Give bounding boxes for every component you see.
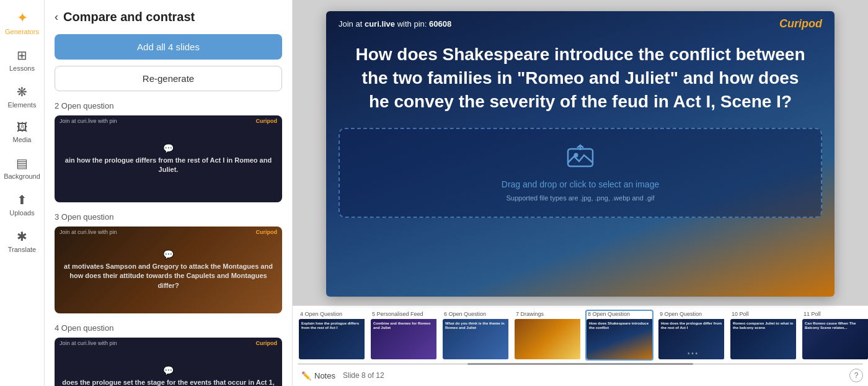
generator-panel: ‹ Compare and contrast Add all 4 slides … (45, 0, 293, 386)
filmstrip-label-5: 5 Personalised Feed (371, 311, 436, 317)
slide-4-text: does the prologue set the stage for the … (62, 378, 275, 386)
elements-icon: ❋ (17, 84, 27, 99)
back-arrow-icon[interactable]: ‹ (55, 11, 58, 24)
image-drop-zone[interactable]: Drag and drop or click to select an imag… (339, 128, 822, 218)
panel-title: Compare and contrast (63, 10, 195, 24)
notes-pencil-icon: ✏️ (301, 371, 311, 380)
media-icon: 🖼 (17, 121, 28, 134)
filmstrip-scroll[interactable]: 4 Open Question Explain how the prologue… (293, 306, 868, 363)
image-drop-icon (567, 144, 594, 174)
sidebar-item-uploads[interactable]: ⬆ Uploads (2, 187, 42, 222)
slide-canvas-area: Join at curi.live with pin: 60608 Curipo… (293, 0, 868, 305)
slide-3-thumbnail[interactable]: Join at curi.live with pin Curipod 💬 at … (55, 227, 282, 313)
filmstrip-bottom: ✏️ Notes Slide 8 of 12 ? (293, 367, 868, 386)
filmstrip-slide-4[interactable]: 4 Open Question Explain how the prologue… (298, 310, 366, 361)
slide-2-label: 2 Open question (55, 101, 282, 110)
lessons-icon: ⊞ (17, 48, 27, 63)
filmstrip-thumb-11: Can Romeo cause When The Balcony Scene r… (802, 319, 868, 359)
panel-slide-4: 4 Open question Join at curi.live with p… (55, 323, 282, 386)
sidebar-item-elements-label: Elements (8, 101, 37, 109)
filmstrip-slide-8[interactable]: 8 Open Question How does Shakespeare int… (585, 310, 653, 361)
sidebar-item-media[interactable]: 🖼 Media (2, 116, 42, 148)
filmstrip-scrollbar (298, 363, 863, 365)
sidebar-item-translate[interactable]: ✱ Translate (2, 224, 42, 258)
question-icon-3: 💬 (62, 249, 275, 259)
slide-3-label: 3 Open question (55, 212, 282, 222)
filmstrip-thumb-7 (515, 319, 582, 359)
sidebar-item-generators-label: Generators (5, 28, 39, 35)
drop-text-main: Drag and drop or click to select an imag… (502, 179, 659, 189)
notes-label: Notes (314, 371, 335, 380)
filmstrip-label-7: 7 Drawings (515, 311, 580, 317)
filmstrip-slide-10[interactable]: 10 Poll Romeo compares Juliet to what in… (729, 310, 797, 361)
question-icon-2: 💬 (62, 143, 275, 153)
filmstrip-label-10: 10 Poll (730, 311, 796, 317)
sidebar-item-elements[interactable]: ❋ Elements (2, 79, 42, 114)
sidebar-item-generators[interactable]: ✦ Generators (2, 5, 42, 40)
translate-icon: ✱ (17, 229, 27, 244)
curipod-logo-thumb4: Curipod (256, 340, 278, 346)
svg-rect-0 (568, 149, 593, 166)
filmstrip-thumb-5: Combine and themes for Romeo and Juliet (371, 319, 438, 359)
generators-icon: ✦ (17, 10, 28, 26)
filmstrip-label-4: 4 Open Question (299, 311, 365, 317)
panel-slide-3: 3 Open question Join at curi.live with p… (55, 212, 282, 323)
filmstrip-slide-11[interactable]: 11 Poll Can Romeo cause When The Balcony… (801, 310, 868, 361)
notes-button[interactable]: ✏️ Notes (298, 369, 339, 382)
filmstrip-label-9: 9 Open Question (658, 311, 724, 317)
sidebar-item-background-label: Background (4, 173, 40, 180)
curipod-brand: Curipod (779, 17, 822, 30)
filmstrip-thumb-9: How does the prologue differ from the re… (658, 319, 725, 359)
filmstrip-thumb-8: How does Shakespeare introduce the confl… (587, 319, 653, 359)
slide-top-bar: Join at curi.live with pin: 60608 Curipo… (326, 11, 835, 37)
join-text: Join at curi.live with pin: 60608 (339, 19, 451, 29)
pin-number: 60608 (429, 19, 451, 29)
uploads-icon: ⬆ (17, 192, 27, 207)
filmstrip-thumb-10: Romeo compares Juliet to what in the bal… (730, 319, 797, 359)
slide-2-text: ain how the prologue differs from the re… (62, 156, 275, 175)
filmstrip-label-8: 8 Open Question (587, 311, 652, 317)
sidebar-item-lessons-label: Lessons (9, 65, 35, 72)
filmstrip-scrollbar-thumb (467, 363, 694, 365)
slide-3-text: at motivates Sampson and Gregory to atta… (62, 262, 275, 290)
sidebar-item-lessons[interactable]: ⊞ Lessons (2, 43, 42, 77)
sidebar-item-background[interactable]: ▤ Background (2, 151, 42, 185)
filmstrip-slide-6[interactable]: 6 Open Question What do you think is the… (441, 310, 510, 361)
regenerate-button[interactable]: Re-generate (55, 66, 282, 91)
slide-canvas: Join at curi.live with pin: 60608 Curipo… (326, 11, 835, 297)
main-area: Join at curi.live with pin: 60608 Curipo… (293, 0, 868, 386)
panel-header: ‹ Compare and contrast (55, 10, 282, 24)
curipod-logo-thumb2: Curipod (256, 118, 278, 124)
sidebar-item-translate-label: Translate (8, 246, 36, 253)
sidebar-item-media-label: Media (13, 136, 32, 143)
help-button[interactable]: ? (849, 369, 863, 382)
filmstrip-slide-7[interactable]: 7 Drawings (513, 310, 582, 361)
filmstrip-thumb-6: What do you think is the theme in Romeo … (443, 319, 510, 359)
add-all-slides-button[interactable]: Add all 4 slides (55, 34, 282, 60)
filmstrip-label-6: 6 Open Question (443, 311, 508, 317)
panel-slide-2: 2 Open question Join at curi.live with p… (55, 101, 282, 212)
slide-4-label: 4 Open question (55, 323, 282, 333)
slide-2-thumbnail[interactable]: Join at curi.live with pin Curipod 💬 ain… (55, 115, 282, 202)
filmstrip-thumb-4: Explain how the prologue differs from th… (299, 319, 366, 359)
curipod-logo-thumb3: Curipod (256, 229, 278, 235)
slide-4-thumbnail[interactable]: Join at curi.live with pin Curipod 💬 doe… (55, 338, 282, 386)
filmstrip-label-11: 11 Poll (802, 311, 868, 317)
drop-text-sub: Supported file types are .jpg, .png, .we… (506, 194, 654, 202)
question-icon-4: 💬 (62, 366, 275, 375)
slide-count: Slide 8 of 12 (343, 371, 384, 380)
background-icon: ▤ (16, 156, 28, 171)
slide-question: How does Shakespeare introduce the confl… (326, 37, 835, 123)
sidebar: ✦ Generators ⊞ Lessons ❋ Elements 🖼 Medi… (0, 0, 45, 386)
filmstrip-slide-5[interactable]: 5 Personalised Feed Combine and themes f… (370, 310, 438, 361)
sidebar-item-uploads-label: Uploads (9, 209, 34, 217)
filmstrip-slide-9[interactable]: 9 Open Question How does the prologue di… (657, 310, 725, 361)
filmstrip-area: 4 Open Question Explain how the prologue… (293, 305, 868, 386)
